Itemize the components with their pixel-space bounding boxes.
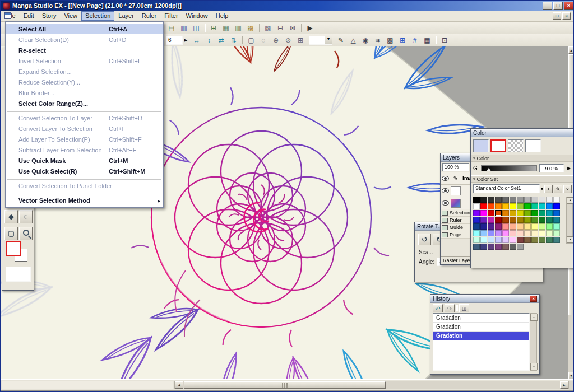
menu-item[interactable] xyxy=(6,176,163,180)
close-button[interactable]: × xyxy=(564,2,573,10)
rotate-ccw-icon[interactable]: ↺ xyxy=(418,234,431,245)
color-cell[interactable] xyxy=(510,237,516,243)
two-page-spread-icon[interactable]: ▥ xyxy=(233,23,244,33)
color-cell[interactable] xyxy=(510,244,516,250)
story-icon[interactable]: ▤ xyxy=(166,23,177,33)
mesh-icon[interactable]: # xyxy=(409,35,420,45)
color-cell[interactable] xyxy=(488,223,494,230)
page-icon[interactable]: ▥ xyxy=(178,23,189,33)
zoom-tool-icon[interactable] xyxy=(19,227,33,240)
slider-spinner-icon[interactable]: ▶ xyxy=(566,166,572,171)
menu-item[interactable]: Use Quick Mask Ctrl+M xyxy=(6,155,163,166)
color-cell[interactable] xyxy=(502,230,509,236)
color-swatch[interactable] xyxy=(490,139,506,152)
colorset-select[interactable]: Standard Color Set1 xyxy=(473,184,540,193)
color-cell[interactable] xyxy=(480,230,487,236)
menu-help[interactable]: Help xyxy=(212,11,233,21)
color-cell[interactable] xyxy=(517,217,524,223)
ruler-tool-icon[interactable]: △ xyxy=(348,35,359,45)
color-cell[interactable] xyxy=(524,197,531,203)
close-child-icon[interactable]: × xyxy=(562,12,571,20)
color-cell[interactable] xyxy=(539,210,545,216)
color-cell[interactable] xyxy=(553,197,560,203)
color-cell[interactable] xyxy=(531,223,538,230)
color-cell[interactable] xyxy=(517,203,524,209)
menu-item[interactable]: Subtract Layer From Selection Ctrl+Alt+F xyxy=(6,144,163,155)
play-icon[interactable]: ▶ xyxy=(304,23,316,33)
color-cell[interactable] xyxy=(546,230,553,236)
menu-item[interactable]: Convert Selection To Layer Ctrl+Shift+D xyxy=(6,113,163,123)
menu-story[interactable]: Story xyxy=(38,11,61,21)
color-cell[interactable] xyxy=(553,223,560,230)
color-cell[interactable] xyxy=(517,244,524,250)
menu-edit[interactable]: Edit xyxy=(20,11,38,21)
color-cell[interactable] xyxy=(553,237,560,243)
channel-value[interactable]: 9.0 % xyxy=(539,164,564,172)
color-cell[interactable] xyxy=(502,210,509,216)
color-cell[interactable] xyxy=(546,197,553,203)
grid-layout-icon[interactable]: ▦ xyxy=(220,23,232,33)
color-cell[interactable] xyxy=(480,217,487,223)
color-cell[interactable] xyxy=(495,210,502,216)
visibility-icon[interactable] xyxy=(442,200,449,206)
color-cell[interactable] xyxy=(488,217,494,223)
restore-child-icon[interactable]: ⊡ xyxy=(553,12,561,20)
color-cell[interactable] xyxy=(502,217,509,223)
scroll-up-icon[interactable]: ▲ xyxy=(568,46,574,54)
color-cell[interactable] xyxy=(524,203,531,209)
scroll-right-icon[interactable]: ► xyxy=(560,381,568,389)
color-cell[interactable] xyxy=(495,230,502,236)
select-tool-icon[interactable]: ◆ xyxy=(4,210,18,223)
marquee-select-icon[interactable]: ▢ xyxy=(246,35,257,45)
foreground-color-swatch[interactable] xyxy=(6,241,21,256)
history-item[interactable]: Gradation xyxy=(433,332,529,340)
slider-marker[interactable] xyxy=(487,168,491,171)
pan-up-down-icon[interactable]: ↕ xyxy=(203,35,215,45)
color-cell[interactable] xyxy=(488,244,494,250)
menu-item[interactable]: Convert Layer To Selection Ctrl+F xyxy=(6,123,163,134)
grid-icon[interactable]: ▦ xyxy=(422,35,433,45)
color-cell[interactable] xyxy=(531,230,538,236)
edit-colorset-icon[interactable]: ✎ xyxy=(554,185,562,193)
zoom-spinner-icon[interactable]: ▶ xyxy=(183,36,189,45)
menu-item[interactable]: Select All Ctrl+A xyxy=(6,24,163,34)
color-cell[interactable] xyxy=(502,223,509,230)
color-cell[interactable] xyxy=(553,230,560,236)
color-swatch[interactable] xyxy=(525,139,541,152)
color-cell[interactable] xyxy=(553,217,560,223)
snap-icon[interactable]: ⊟ xyxy=(275,23,286,33)
color-cell[interactable] xyxy=(502,203,509,209)
color-cell[interactable] xyxy=(553,210,560,216)
section-collapse-icon[interactable]: ▾ xyxy=(473,177,475,181)
color-cell[interactable] xyxy=(510,203,516,209)
menu-item[interactable]: Convert Selection To Panel Folder xyxy=(6,180,163,191)
visibility-icon[interactable] xyxy=(442,176,449,181)
zoom-combo[interactable]: 6 ▶ xyxy=(166,36,189,45)
zoom-value[interactable]: 6 xyxy=(166,36,183,45)
color-cell[interactable] xyxy=(473,230,480,236)
redo-icon[interactable]: ↷ xyxy=(445,304,455,312)
layer-opacity-input[interactable]: 100 % xyxy=(442,163,469,171)
horizontal-scroll-thumb[interactable] xyxy=(184,381,386,389)
color-cell[interactable] xyxy=(517,223,524,230)
color-cell[interactable] xyxy=(546,217,553,223)
color-cell[interactable] xyxy=(531,210,538,216)
color-cell[interactable] xyxy=(488,210,494,216)
prev-next-page-icon[interactable]: ⇄ xyxy=(216,35,227,45)
color-cell[interactable] xyxy=(473,197,480,203)
history-palette-title-bar[interactable]: History × xyxy=(430,295,539,303)
color-cell[interactable] xyxy=(531,197,538,203)
color-cell[interactable] xyxy=(510,230,516,236)
color-cell[interactable] xyxy=(510,217,516,223)
hatching-icon[interactable]: ≋ xyxy=(372,35,383,45)
color-cell[interactable] xyxy=(488,197,494,203)
color-cell[interactable] xyxy=(531,237,538,243)
history-close-icon[interactable]: × xyxy=(530,296,537,302)
move-selection-icon[interactable]: ⊞ xyxy=(295,35,306,45)
menu-item[interactable]: Vector Selection Method xyxy=(6,195,163,206)
color-cell[interactable] xyxy=(495,197,502,203)
menu-item[interactable]: Invert Selection Ctrl+Shift+I xyxy=(6,55,163,66)
menu-layer[interactable]: Layer xyxy=(114,11,138,21)
section-collapse-icon[interactable]: ▾ xyxy=(473,156,475,161)
history-item[interactable]: Gradation xyxy=(433,323,529,332)
